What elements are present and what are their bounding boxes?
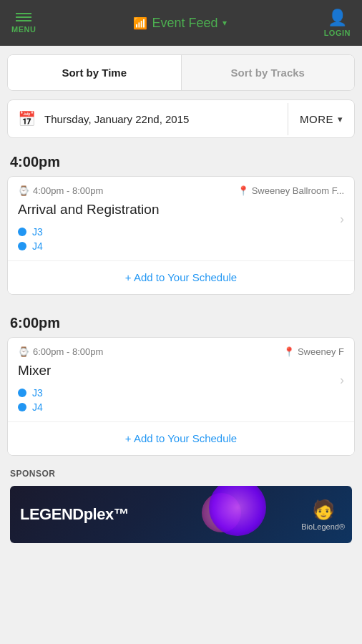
- event-title-2: Mixer: [18, 363, 344, 379]
- menu-icon-line2: [16, 16, 31, 18]
- add-schedule-label-2: + Add to Your Schedule: [125, 432, 237, 444]
- calendar-icon: 📅: [18, 110, 36, 127]
- more-chevron-icon: ▾: [338, 114, 343, 125]
- event-location-text-2: Sweeney F: [298, 346, 344, 357]
- date-bar: 📅 Thursday, January 22nd, 2015 MORE ▾: [7, 99, 355, 138]
- sort-toggle: Sort by Time Sort by Tracks: [7, 54, 355, 91]
- event-card-body-1[interactable]: ⌚ 4:00pm - 8:00pm 📍 Sweeney Ballroom F..…: [8, 177, 354, 260]
- time-heading-1: 4:00pm: [0, 147, 362, 176]
- event-feed-title[interactable]: 📶 Event Feed ▾: [133, 16, 226, 31]
- sort-by-time-button[interactable]: Sort by Time: [8, 55, 181, 90]
- tag-item-j4-1: J4: [18, 240, 344, 252]
- tag-label-j3-2[interactable]: J3: [32, 387, 43, 399]
- date-bar-left: 📅 Thursday, January 22nd, 2015: [8, 100, 288, 137]
- person-icon: 👤: [328, 9, 347, 27]
- add-schedule-label-1: + Add to Your Schedule: [125, 271, 237, 283]
- date-text: Thursday, January 22nd, 2015: [44, 113, 189, 125]
- chevron-right-icon-2: ›: [340, 372, 344, 387]
- wifi-icon: 📶: [133, 16, 147, 30]
- add-schedule-button-1[interactable]: + Add to Your Schedule: [8, 260, 354, 294]
- section-gap-1: [0, 298, 362, 308]
- tag-item-j4-2: J4: [18, 401, 344, 413]
- event-time-text-1: 4:00pm - 8:00pm: [33, 185, 103, 196]
- location-pin-icon-2: 📍: [283, 346, 295, 357]
- login-label: LOGIN: [324, 29, 351, 37]
- time-heading-2: 6:00pm: [0, 308, 362, 337]
- sponsor-bubble: [209, 486, 266, 536]
- event-time-range-1: ⌚ 4:00pm - 8:00pm: [18, 185, 103, 196]
- menu-button[interactable]: MENU: [11, 13, 36, 34]
- event-card-1: ⌚ 4:00pm - 8:00pm 📍 Sweeney Ballroom F..…: [7, 176, 355, 295]
- app-header: MENU 📶 Event Feed ▾ 👤 LOGIN: [0, 0, 362, 46]
- sort-by-tracks-button[interactable]: Sort by Tracks: [182, 55, 355, 90]
- event-time-text-2: 6:00pm - 8:00pm: [33, 346, 103, 357]
- event-time-range-2: ⌚ 6:00pm - 8:00pm: [18, 346, 103, 357]
- tag-label-j4-2[interactable]: J4: [32, 401, 43, 413]
- sponsor-figure-icon: 🧑: [312, 499, 335, 521]
- login-button[interactable]: 👤 LOGIN: [324, 9, 351, 37]
- event-feed-label: Event Feed: [152, 16, 217, 31]
- menu-label: MENU: [11, 25, 36, 34]
- location-pin-icon-1: 📍: [238, 185, 249, 196]
- tag-list-1: J3 J4: [18, 226, 344, 252]
- tag-dot-3: [18, 389, 26, 397]
- event-location-text-1: Sweeney Ballroom F...: [252, 185, 344, 196]
- menu-icon-line1: [16, 13, 31, 14]
- menu-icon-line3: [16, 20, 31, 21]
- tag-label-j4-1[interactable]: J4: [32, 240, 43, 252]
- event-location-2: 📍 Sweeney F: [283, 346, 344, 357]
- tag-label-j3-1[interactable]: J3: [32, 226, 43, 238]
- event-card-body-2[interactable]: ⌚ 6:00pm - 8:00pm 📍 Sweeney F Mixer › J3…: [8, 338, 354, 421]
- event-title-1: Arrival and Registration: [18, 202, 344, 218]
- tag-list-2: J3 J4: [18, 387, 344, 413]
- sponsor-brand: LEGENDplex™: [20, 505, 129, 523]
- tag-dot-1: [18, 228, 26, 236]
- dropdown-arrow-icon: ▾: [222, 18, 227, 28]
- clock-icon-1: ⌚: [18, 185, 29, 196]
- event-location-1: 📍 Sweeney Ballroom F...: [238, 185, 344, 196]
- sponsor-label: SPONSOR: [10, 469, 352, 479]
- event-card-2: ⌚ 6:00pm - 8:00pm 📍 Sweeney F Mixer › J3…: [7, 337, 355, 456]
- more-label: MORE: [300, 113, 333, 125]
- tag-dot-2: [18, 242, 26, 250]
- sponsor-right: 🧑 BioLegend®: [301, 499, 345, 531]
- event-meta-2: ⌚ 6:00pm - 8:00pm 📍 Sweeney F: [18, 346, 344, 357]
- sponsor-text-left: LEGENDplex™: [10, 505, 129, 524]
- sponsor-sub-brand: BioLegend®: [301, 522, 345, 531]
- sponsor-section: SPONSOR LEGENDplex™ 🧑 BioLegend®: [0, 459, 362, 547]
- clock-icon-2: ⌚: [18, 346, 29, 357]
- more-button[interactable]: MORE ▾: [288, 103, 354, 135]
- tag-item-j3-2: J3: [18, 387, 344, 399]
- sponsor-banner[interactable]: LEGENDplex™ 🧑 BioLegend®: [10, 486, 352, 543]
- event-meta-1: ⌚ 4:00pm - 8:00pm 📍 Sweeney Ballroom F..…: [18, 185, 344, 196]
- chevron-right-icon-1: ›: [340, 211, 344, 226]
- tag-item-j3-1: J3: [18, 226, 344, 238]
- add-schedule-button-2[interactable]: + Add to Your Schedule: [8, 421, 354, 455]
- tag-dot-4: [18, 403, 26, 411]
